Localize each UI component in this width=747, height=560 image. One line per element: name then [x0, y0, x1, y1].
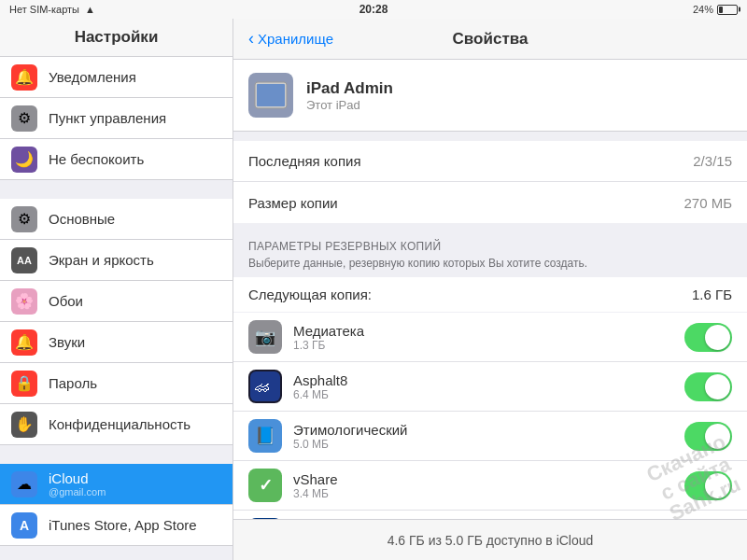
nav-bar: ‹ Хранилище Свойства	[233, 19, 747, 60]
vshare-icon: ✓	[248, 469, 282, 502]
bottom-bar-text: 4.6 ГБ из 5.0 ГБ доступно в iCloud	[388, 533, 594, 548]
vshare-name: vShare	[293, 471, 673, 487]
wallpaper-icon: 🌸	[11, 288, 37, 315]
backup-section-desc: Выберите данные, резервную копию которых…	[233, 257, 747, 277]
info-row-backup-size: Размер копии 270 МБ	[233, 182, 747, 223]
device-name: iPad Admin	[306, 79, 393, 98]
sidebar-title: Настройки	[0, 19, 233, 57]
backup-section: ПАРАМЕТРЫ РЕЗЕРВНЫХ КОПИЙ Выберите данны…	[233, 232, 747, 312]
privacy-icon: ✋	[11, 412, 37, 438]
sidebar: Настройки 🔔 Уведомления ⚙ Пункт управлен…	[0, 19, 233, 560]
device-icon	[248, 73, 293, 118]
svg-rect-1	[257, 84, 285, 106]
sidebar-item-label: Обои	[49, 293, 221, 309]
sidebar-item-label: Звуки	[49, 334, 221, 350]
etymology-size: 5.0 МБ	[293, 438, 673, 451]
wifi-icon: ▲	[85, 4, 95, 15]
info-section: Последняя копия 2/3/15 Размер копии 270 …	[233, 141, 747, 223]
app-row-asphalt8: 🏎 Asphalt8 6.4 МБ	[233, 362, 747, 412]
ipad-svg	[253, 81, 289, 109]
sidebar-item-label: Уведомления	[49, 69, 221, 85]
nav-title: Свойства	[453, 30, 529, 49]
etymology-toggle[interactable]	[684, 422, 732, 451]
last-backup-label: Последняя копия	[248, 153, 361, 169]
app-row-media: 📷 Медиатека 1.3 ГБ	[233, 313, 747, 362]
status-right: 24%	[693, 4, 738, 15]
itunes-icon: A	[11, 512, 37, 539]
media-icon: 📷	[248, 320, 282, 354]
status-left: Нет SIM-карты ▲	[9, 4, 95, 15]
app-row-vshare: ✓ vShare 3.4 МБ	[233, 461, 747, 511]
media-name: Медиатека	[293, 323, 673, 339]
carrier-label: Нет SIM-карты	[9, 4, 79, 15]
backup-next-row: Следующая копия: 1.6 ГБ	[233, 277, 747, 312]
next-backup-label: Следующая копия:	[248, 287, 372, 302]
separator	[0, 445, 233, 464]
chevron-left-icon: ‹	[248, 29, 254, 49]
battery-percent: 24%	[693, 4, 713, 15]
backup-size-label: Размер копии	[248, 195, 338, 211]
sidebar-item-label: iCloud	[49, 470, 221, 486]
sidebar-item-label: Основные	[49, 211, 221, 227]
notifications-icon: 🔔	[11, 64, 37, 91]
content: iPad Admin Этот iPad Последняя копия 2/3…	[233, 60, 747, 519]
sidebar-item-do-not-disturb[interactable]: 🌙 Не беспокоить	[0, 139, 233, 180]
sidebar-item-general[interactable]: ⚙ Основные	[0, 199, 233, 240]
battery-icon	[717, 5, 738, 15]
display-icon: AA	[11, 247, 37, 273]
general-icon: ⚙	[11, 206, 37, 232]
icloud-item-text: iCloud @gmail.com	[49, 470, 221, 497]
passcode-icon: 🔒	[11, 371, 37, 397]
app-row-booking: B Booking.com 2.3 МБ	[233, 511, 747, 519]
asphalt8-size: 6.4 МБ	[293, 388, 673, 401]
vshare-toggle[interactable]	[684, 471, 732, 500]
sidebar-item-display[interactable]: AA Экран и яркость	[0, 240, 233, 281]
device-header: iPad Admin Этот iPad	[233, 60, 747, 132]
asphalt8-name: Asphalt8	[293, 372, 673, 388]
etymology-name: Этимологический	[293, 422, 673, 438]
separator	[0, 546, 233, 560]
sidebar-item-notifications[interactable]: 🔔 Уведомления	[0, 57, 233, 98]
sidebar-item-label: Конфиденциальность	[49, 416, 221, 432]
asphalt8-toggle[interactable]	[684, 372, 732, 401]
sidebar-item-label: Пункт управления	[49, 110, 221, 126]
asphalt8-icon: 🏎	[248, 370, 282, 403]
battery-body	[717, 5, 738, 15]
sidebar-item-label: Экран и яркость	[49, 252, 221, 268]
sidebar-item-privacy[interactable]: ✋ Конфиденциальность	[0, 404, 233, 445]
sidebar-item-label: Не беспокоить	[49, 151, 221, 167]
status-time: 20:28	[359, 3, 388, 16]
etymology-info: Этимологический 5.0 МБ	[293, 422, 673, 451]
device-info: iPad Admin Этот iPad	[306, 79, 393, 112]
app-list: 📷 Медиатека 1.3 ГБ 🏎 A	[233, 313, 747, 519]
media-info: Медиатека 1.3 ГБ	[293, 323, 673, 352]
do-not-disturb-icon: 🌙	[11, 147, 37, 173]
backup-section-title: ПАРАМЕТРЫ РЕЗЕРВНЫХ КОПИЙ	[233, 232, 747, 257]
vshare-size: 3.4 МБ	[293, 487, 673, 500]
main-layout: Настройки 🔔 Уведомления ⚙ Пункт управлен…	[0, 19, 747, 560]
sidebar-item-passcode[interactable]: 🔒 Пароль	[0, 363, 233, 404]
battery-fill	[719, 7, 723, 13]
media-toggle[interactable]	[684, 323, 732, 352]
control-center-icon: ⚙	[11, 105, 37, 132]
sidebar-item-itunes[interactable]: A iTunes Store, App Store	[0, 505, 233, 546]
nav-back-label: Хранилище	[258, 31, 333, 47]
vshare-info: vShare 3.4 МБ	[293, 471, 673, 500]
sidebar-item-control-center[interactable]: ⚙ Пункт управления	[0, 98, 233, 139]
status-bar: Нет SIM-карты ▲ 20:28 24%	[0, 0, 747, 19]
etymology-icon: 📘	[248, 419, 282, 453]
sidebar-item-wallpaper[interactable]: 🌸 Обои	[0, 281, 233, 322]
app-row-etymology: 📘 Этимологический 5.0 МБ	[233, 412, 747, 461]
separator	[0, 180, 233, 199]
asphalt8-svg: 🏎	[250, 371, 280, 401]
nav-back-button[interactable]: ‹ Хранилище	[248, 29, 333, 49]
sidebar-item-icloud[interactable]: ☁ iCloud @gmail.com	[0, 464, 233, 505]
asphalt8-info: Asphalt8 6.4 МБ	[293, 372, 673, 401]
sidebar-item-sounds[interactable]: 🔔 Звуки	[0, 322, 233, 363]
icloud-account: @gmail.com	[49, 486, 221, 497]
sounds-icon: 🔔	[11, 329, 37, 356]
icloud-icon: ☁	[11, 471, 37, 497]
svg-text:🏎: 🏎	[255, 379, 270, 395]
device-subtitle: Этот iPad	[306, 98, 393, 112]
sidebar-item-label: Пароль	[49, 375, 221, 391]
